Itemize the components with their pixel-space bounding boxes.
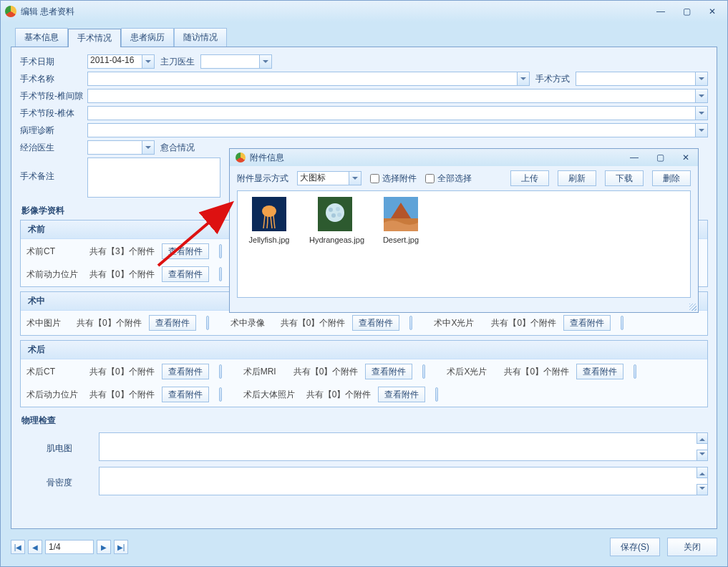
preop-dynamic-view-button[interactable]: 查看附件 — [162, 266, 209, 282]
pathology-input[interactable] — [87, 123, 708, 137]
surgery-method-input[interactable] — [576, 72, 708, 86]
delete-button[interactable]: 删除 — [652, 170, 691, 186]
surgery-name-input[interactable] — [87, 72, 530, 86]
file-item[interactable]: Jellyfish.jpg — [243, 197, 295, 244]
popup-toolbar: 附件显示方式 大图标 选择附件 全部选择 上传 刷新 下载 删除 — [230, 166, 698, 190]
postop-gross-count: 共有【0】个附件 — [306, 389, 372, 401]
drag-handle-icon[interactable] — [409, 316, 412, 330]
file-item[interactable]: Hydrangeas.jpg — [309, 197, 361, 244]
drag-handle-icon[interactable] — [422, 364, 425, 379]
nav-next-button[interactable]: ▶ — [97, 540, 111, 554]
popup-minimize-icon[interactable]: — — [628, 152, 641, 163]
upload-button[interactable]: 上传 — [510, 170, 549, 186]
emg-input[interactable] — [99, 432, 708, 461]
file-name: Desert.jpg — [375, 236, 427, 244]
jellyfish-thumbnail-icon — [252, 197, 286, 231]
drag-handle-icon[interactable] — [219, 267, 222, 281]
intraop-xray-view-button[interactable]: 查看附件 — [563, 315, 611, 331]
surgery-date-input[interactable]: 2011-04-16 — [87, 54, 155, 69]
popup-close-icon[interactable]: ✕ — [679, 152, 692, 163]
intraop-video-label: 术中录像 — [230, 317, 273, 329]
tab-surgery[interactable]: 手术情况 — [68, 29, 121, 47]
drag-handle-icon[interactable] — [219, 387, 222, 402]
file-list: Jellyfish.jpg Hydrangeas.jpg Desert.jpg — [237, 190, 691, 298]
remark-label: 手术备注 — [20, 158, 87, 183]
nav-last-button[interactable]: ▶| — [114, 540, 128, 554]
download-button[interactable]: 下载 — [605, 170, 644, 186]
svg-point-4 — [326, 203, 344, 222]
intraop-xray-label: 术中X光片 — [434, 317, 484, 329]
scroll-up-icon[interactable] — [697, 467, 708, 478]
postop-ct-view-button[interactable]: 查看附件 — [162, 364, 209, 379]
select-attachment-checkbox[interactable]: 选择附件 — [370, 173, 417, 185]
attending-doctor-input[interactable] — [87, 140, 155, 155]
svg-point-2 — [262, 205, 276, 217]
svg-point-7 — [331, 213, 336, 218]
svg-point-8 — [337, 213, 341, 217]
emg-label: 肌电图 — [20, 432, 99, 455]
scroll-up-icon[interactable] — [697, 432, 708, 444]
svg-point-6 — [336, 207, 340, 211]
file-item[interactable]: Desert.jpg — [375, 197, 427, 244]
intraop-video-view-button[interactable]: 查看附件 — [352, 315, 399, 331]
postop-mri-count: 共有【0】个附件 — [293, 366, 359, 378]
scroll-down-icon[interactable] — [697, 484, 708, 495]
surgeon-label: 主刀医生 — [160, 56, 195, 68]
postop-gross-label: 术后大体照片 — [243, 389, 299, 401]
popup-maximize-icon[interactable]: ▢ — [654, 152, 666, 163]
postop-xray-label: 术后X光片 — [447, 366, 497, 378]
postop-xray-view-button[interactable]: 查看附件 — [576, 364, 623, 379]
refresh-button[interactable]: 刷新 — [558, 170, 596, 186]
drag-handle-icon[interactable] — [621, 316, 623, 330]
postop-dynamic-view-button[interactable]: 查看附件 — [162, 387, 209, 402]
bone-density-input[interactable] — [99, 467, 708, 495]
nav-first-button[interactable]: |◀ — [11, 540, 25, 554]
desert-thumbnail-icon — [384, 197, 418, 231]
resize-grip-icon[interactable] — [689, 304, 697, 311]
drag-handle-icon[interactable] — [435, 387, 438, 402]
popup-title: 附件信息 — [250, 152, 628, 164]
app-icon — [5, 6, 16, 17]
nav-prev-button[interactable]: ◀ — [28, 540, 42, 554]
surgery-method-label: 手术方式 — [535, 73, 570, 85]
close-button[interactable]: 关闭 — [667, 538, 717, 556]
bottombar: |◀ ◀ 1/4 ▶ ▶| 保存(S) 关闭 — [11, 536, 717, 558]
select-all-checkbox[interactable]: 全部选择 — [425, 173, 472, 185]
page-indicator[interactable]: 1/4 — [45, 540, 94, 554]
segment-intervertebral-input[interactable] — [87, 89, 708, 103]
tab-basic-info[interactable]: 基本信息 — [15, 28, 68, 47]
drag-handle-icon[interactable] — [206, 316, 209, 330]
close-icon[interactable]: ✕ — [706, 6, 719, 16]
surgery-date-label: 手术日期 — [20, 56, 87, 68]
intraop-image-view-button[interactable]: 查看附件 — [149, 315, 196, 331]
save-button[interactable]: 保存(S) — [610, 538, 660, 556]
drag-handle-icon[interactable] — [219, 244, 222, 258]
hydrangeas-thumbnail-icon — [318, 197, 352, 231]
intraop-xray-count: 共有【0】个附件 — [491, 317, 556, 329]
attending-doctor-label: 经治医生 — [20, 142, 87, 154]
preop-ct-view-button[interactable]: 查看附件 — [162, 243, 209, 259]
preop-dynamic-label: 术前动力位片 — [26, 268, 82, 281]
intraop-video-count: 共有【0】个附件 — [281, 317, 346, 329]
surgeon-input[interactable] — [200, 54, 272, 69]
postop-mri-view-button[interactable]: 查看附件 — [365, 364, 412, 379]
postop-ct-count: 共有【0】个附件 — [89, 366, 155, 378]
remark-input[interactable] — [87, 158, 220, 198]
postop-xray-count: 共有【0】个附件 — [504, 366, 569, 378]
drag-handle-icon[interactable] — [219, 364, 222, 379]
intraop-image-count: 共有【0】个附件 — [77, 317, 142, 329]
scroll-down-icon[interactable] — [697, 450, 708, 461]
minimize-icon[interactable]: — — [654, 6, 667, 16]
postop-dynamic-count: 共有【0】个附件 — [89, 389, 155, 401]
intraop-image-label: 术中图片 — [26, 317, 69, 329]
display-mode-select[interactable]: 大图标 — [297, 171, 361, 185]
postop-gross-view-button[interactable]: 查看附件 — [378, 387, 425, 402]
segment-vertebral-input[interactable] — [87, 106, 708, 120]
tab-followup[interactable]: 随访情况 — [174, 28, 227, 47]
maximize-icon[interactable]: ▢ — [680, 6, 693, 16]
preop-dynamic-count: 共有【0】个附件 — [89, 268, 155, 281]
bone-density-label: 骨密度 — [20, 467, 99, 489]
display-mode-label: 附件显示方式 — [237, 173, 288, 185]
drag-handle-icon[interactable] — [634, 364, 636, 379]
tab-history[interactable]: 患者病历 — [121, 28, 174, 47]
